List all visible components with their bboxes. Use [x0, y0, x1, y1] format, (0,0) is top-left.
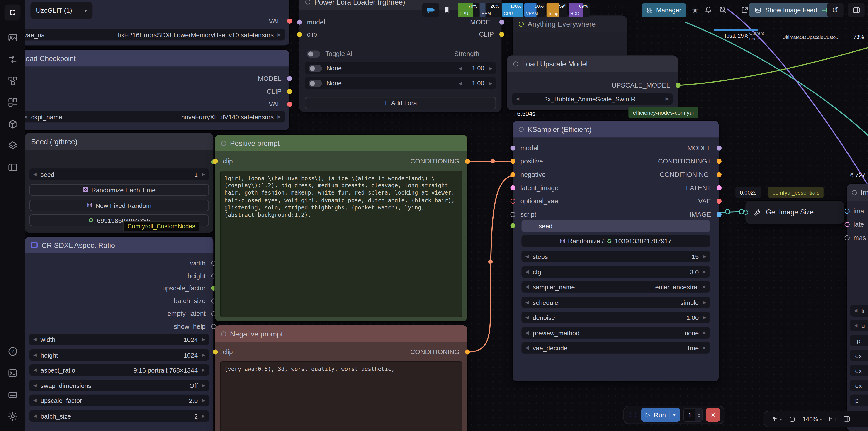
- show-image-feed-button[interactable]: Show Image Feed: [749, 3, 833, 17]
- prev-arrow-icon[interactable]: ◀: [33, 368, 37, 372]
- collapse-dot[interactable]: [519, 127, 524, 132]
- lora-row[interactable]: None ◀ 1.00 ▶: [305, 77, 496, 89]
- prev-arrow-icon[interactable]: ◀: [525, 330, 529, 335]
- node-positive-prompt[interactable]: Positive prompt clip CONDITIONING 1girl,…: [215, 135, 467, 321]
- history-button[interactable]: ↺: [827, 3, 843, 17]
- prev-arrow-icon[interactable]: ◀: [516, 96, 519, 101]
- comfyui-logo[interactable]: C: [4, 4, 21, 21]
- crystools-monitor-button[interactable]: [422, 3, 439, 17]
- latent-port[interactable]: [844, 222, 849, 227]
- image-input-port[interactable]: [743, 210, 748, 215]
- panel-icon[interactable]: [843, 415, 851, 423]
- prev-arrow-icon[interactable]: ◀: [33, 413, 37, 419]
- next-arrow-icon[interactable]: ▶: [665, 96, 669, 101]
- batch-size-widget[interactable]: ◀ batch_size 2 ▶: [29, 410, 209, 422]
- model-port[interactable]: [716, 146, 721, 151]
- model-port[interactable]: [499, 20, 504, 25]
- sidebar-item-nodes[interactable]: [3, 71, 22, 90]
- prev-arrow-icon[interactable]: ◀: [525, 300, 529, 305]
- prev-arrow-icon[interactable]: ◀: [525, 284, 529, 289]
- next-arrow-icon[interactable]: ▶: [202, 383, 205, 388]
- node-negative-prompt[interactable]: Negative prompt clip CONDITIONING (very …: [215, 325, 467, 431]
- toggle-all-switch[interactable]: [307, 50, 320, 57]
- zoom-control[interactable]: 140% ▾: [803, 416, 822, 422]
- next-arrow-icon[interactable]: ▶: [202, 413, 205, 419]
- randomize-each-time-button[interactable]: ⚄ Randomize Each Time: [29, 184, 209, 196]
- cancel-button[interactable]: ×: [706, 408, 720, 422]
- next-arrow-icon[interactable]: ▶: [703, 269, 706, 274]
- prev-arrow-icon[interactable]: ◀: [525, 315, 529, 320]
- lora-row[interactable]: None ◀ 1.00 ▶: [305, 62, 496, 74]
- prev-arrow-icon[interactable]: ◀: [33, 172, 37, 177]
- vae-decode-widget[interactable]: ◀ vae_decode true ▶: [521, 342, 710, 353]
- model-port[interactable]: [287, 76, 292, 81]
- upscale-model-widget[interactable]: ◀ 2x_Bubble_AnimeScale_SwinIR... ▶: [512, 93, 673, 105]
- sidebar-item-help[interactable]: ?: [3, 342, 22, 361]
- conditioning-port[interactable]: [465, 159, 470, 164]
- node-header[interactable]: Load Upscale Model: [507, 55, 678, 72]
- collapse-dot[interactable]: [852, 190, 857, 195]
- node-header[interactable]: CR SDXL Aspect Ratio: [25, 237, 213, 253]
- sidebar-item-templates[interactable]: [3, 93, 22, 112]
- prev-arrow-icon[interactable]: ◀: [854, 308, 857, 313]
- steps-widget[interactable]: ◀ steps 15 ▶: [521, 250, 710, 262]
- next-arrow-icon[interactable]: ▶: [703, 254, 706, 259]
- add-lora-button[interactable]: + Add Lora: [305, 97, 496, 109]
- image-port[interactable]: [716, 212, 721, 217]
- next-arrow-icon[interactable]: ▶: [202, 352, 205, 358]
- swap-dimensions-widget[interactable]: ◀ swap_dimensions Off ▶: [29, 380, 209, 391]
- chevron-down-icon[interactable]: ▾: [85, 8, 87, 13]
- bookmark-icon[interactable]: [442, 5, 451, 15]
- step-up-icon[interactable]: ▲: [698, 411, 701, 415]
- conditioning-plus-port[interactable]: [716, 159, 721, 164]
- prev-arrow-icon[interactable]: ◀: [33, 352, 37, 358]
- prev-arrow-icon[interactable]: ◀: [525, 269, 529, 274]
- chevron-down-icon[interactable]: ▾: [780, 417, 782, 422]
- sampler-name-widget[interactable]: ◀ sampler_name euler_ancestral ▶: [521, 281, 710, 293]
- node-header[interactable]: Get Image Size: [745, 201, 844, 224]
- scheduler-widget[interactable]: ◀ scheduler simple ▶: [521, 297, 710, 308]
- preview-method-widget[interactable]: ◀ preview_method none ▶: [521, 327, 710, 338]
- partial-widget[interactable]: ex: [850, 350, 868, 361]
- sidebar-item-layout[interactable]: [3, 158, 22, 177]
- prompt-textarea[interactable]: (very awa:0.5), 3d, worst quality, worst…: [220, 361, 462, 431]
- lora-strength[interactable]: 1.00: [467, 65, 484, 71]
- vae-name-widget[interactable]: vae_na fixFP16ErrorsSDXLLowerMemoryUse_v…: [20, 29, 285, 40]
- panel-toggle-button[interactable]: [848, 3, 864, 17]
- partial-widget[interactable]: ex: [850, 380, 868, 391]
- next-arrow-icon[interactable]: ▶: [277, 32, 281, 37]
- node-right-edge-partial[interactable]: Im ima late mas ◀ ti ◀ u tp ex ex: [847, 184, 868, 431]
- denoise-widget[interactable]: ◀ denoise 1.00 ▶: [521, 311, 710, 323]
- minimap-icon[interactable]: [829, 415, 836, 423]
- aspect-ratio-widget[interactable]: ◀ aspect_ratio 9:16 portrait 768×1344 ▶: [29, 364, 209, 376]
- lora-toggle-switch[interactable]: [309, 80, 322, 87]
- prev-arrow-icon[interactable]: ◀: [525, 254, 529, 259]
- next-arrow-icon[interactable]: ▶: [703, 315, 706, 320]
- node-load-upscale-model[interactable]: Load Upscale Model UPSCALE_MODEL ◀ 2x_Bu…: [507, 55, 678, 110]
- next-arrow-icon[interactable]: ▶: [277, 114, 281, 119]
- vae-port[interactable]: [716, 198, 721, 204]
- bell-icon[interactable]: [704, 5, 713, 14]
- next-arrow-icon[interactable]: ▶: [703, 284, 706, 289]
- conditioning-minus-port[interactable]: [716, 172, 721, 177]
- prev-arrow-icon[interactable]: ◀: [33, 383, 37, 388]
- prompt-textarea[interactable]: 1girl, loona \(helluva boss\), (alice \(…: [220, 171, 462, 317]
- chevron-down-icon[interactable]: ▾: [820, 417, 822, 422]
- clip-port[interactable]: [499, 32, 504, 37]
- prev-arrow-icon[interactable]: ◀: [854, 323, 857, 328]
- run-button[interactable]: ▷ Run ▾: [641, 408, 680, 422]
- clip-port[interactable]: [213, 349, 218, 355]
- sidebar-item-terminal[interactable]: [3, 364, 22, 382]
- new-fixed-random-button[interactable]: ⚄ New Fixed Random: [29, 199, 209, 211]
- vae-port[interactable]: [287, 102, 292, 107]
- upscale-factor-widget[interactable]: ◀ upscale_factor 2.0 ▶: [29, 395, 209, 406]
- sidebar-item-shortcuts[interactable]: [3, 385, 22, 404]
- lora-name[interactable]: None: [327, 65, 342, 71]
- bell-slash-icon[interactable]: [718, 5, 727, 14]
- width-widget[interactable]: ◀ width 1024 ▶: [29, 334, 209, 345]
- node-header[interactable]: Negative prompt: [215, 325, 467, 342]
- upscale-model-port[interactable]: [675, 83, 680, 88]
- collapse-dot[interactable]: [221, 141, 226, 146]
- next-arrow-icon[interactable]: ▶: [703, 300, 706, 305]
- pointer-tool[interactable]: ▾: [771, 415, 782, 423]
